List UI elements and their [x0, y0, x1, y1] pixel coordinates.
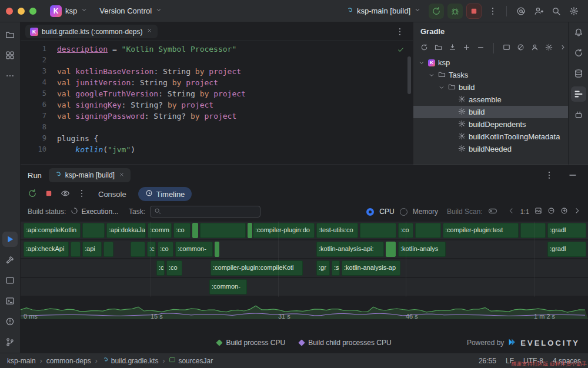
task-bar[interactable] — [360, 223, 396, 238]
code-with-me-button[interactable] — [513, 3, 529, 19]
task-bar[interactable]: :compiler-plugin:do — [253, 223, 315, 238]
task-bar[interactable]: :gr — [316, 260, 330, 276]
run-tab[interactable]: ksp-main [build] — [49, 168, 131, 182]
more-actions-button[interactable] — [485, 4, 500, 19]
close-icon[interactable] — [118, 171, 125, 180]
code-line[interactable]: 8 — [21, 122, 413, 133]
code-line[interactable]: 9plugins { — [21, 133, 413, 144]
tool-window-notifications-button[interactable] — [571, 25, 586, 40]
editor-scrollbar[interactable] — [407, 56, 411, 94]
file-encoding[interactable]: UTF-8 — [523, 357, 543, 365]
scroll-right-button[interactable] — [573, 207, 581, 216]
memory-radio-label[interactable]: Memory — [413, 208, 438, 216]
code-line[interactable]: 7val signingPassword: String? by project — [21, 111, 413, 122]
gradle-tree-item-buildKotlinToolingMetadata[interactable]: buildKotlinToolingMetadata — [413, 131, 568, 143]
editor-options-button[interactable] — [392, 24, 408, 40]
code-editor[interactable]: 1description = "Kotlin Symbol Processor"… — [21, 41, 413, 165]
breadcrumb-item[interactable]: ksp-main — [7, 357, 36, 365]
add-user-button[interactable] — [530, 3, 547, 19]
zoom-window-button[interactable] — [29, 8, 36, 15]
tool-window-terminal-button[interactable] — [2, 293, 18, 309]
task-bar[interactable]: :api — [82, 242, 102, 257]
task-bar[interactable]: :gradl — [547, 242, 586, 257]
attach-project-button[interactable] — [463, 44, 470, 53]
task-bar[interactable] — [415, 223, 441, 238]
code-line[interactable]: 1description = "Kotlin Symbol Processor" — [21, 44, 413, 55]
task-bar[interactable]: :compiler-plugin:compileKotl — [211, 260, 303, 276]
gradle-tree-item-buildDependents[interactable]: buildDependents — [413, 118, 568, 131]
tool-window-database-button[interactable] — [571, 66, 586, 81]
stop-button[interactable] — [466, 4, 482, 19]
profiler-button[interactable] — [531, 44, 539, 53]
task-bar[interactable] — [71, 242, 81, 257]
chevron-down-icon[interactable] — [418, 59, 425, 66]
task-bar[interactable] — [215, 242, 219, 257]
gradle-tree-item-build[interactable]: build — [413, 106, 568, 118]
run-config-selector[interactable]: ksp-main [build] — [342, 5, 425, 18]
task-search-field[interactable] — [150, 206, 260, 218]
tab-timeline[interactable]: Timeline — [138, 187, 192, 201]
task-bar[interactable]: :kotlin-analysis-api: — [316, 242, 384, 257]
detach-project-button[interactable] — [477, 44, 485, 53]
timeline-chart[interactable]: :api:compileKotlin:api:dokkaJava:comm:co… — [21, 222, 588, 297]
task-bar[interactable]: :s — [332, 260, 340, 276]
download-sources-button[interactable] — [449, 44, 456, 53]
expand-button[interactable] — [559, 44, 567, 53]
indent-setting[interactable]: 4 spaces — [553, 357, 581, 365]
task-bar[interactable]: :api:compileKotlin — [24, 223, 81, 238]
offline-mode-button[interactable] — [517, 44, 524, 53]
sync-gradle-button[interactable] — [420, 44, 428, 53]
rerun-build-button[interactable] — [28, 189, 37, 200]
task-bar[interactable]: :api:dokkaJava — [106, 223, 146, 238]
tool-window-build-timeline-button[interactable] — [571, 86, 586, 102]
task-bar[interactable]: :compiler-plugin:test — [443, 223, 519, 238]
task-bar[interactable]: :gradl — [547, 223, 586, 238]
inspections-ok-icon[interactable] — [397, 46, 405, 55]
task-bar[interactable]: :co — [158, 242, 173, 257]
code-line[interactable]: 3val kotlinBaseVersion: String by projec… — [21, 66, 413, 77]
vcs-menu[interactable]: Version Control — [95, 5, 166, 17]
task-bar[interactable] — [386, 242, 396, 257]
tool-window-gradle-sync-button[interactable] — [571, 45, 586, 61]
code-line[interactable]: 2 — [21, 55, 413, 66]
stop-build-button[interactable] — [44, 189, 54, 200]
search-everywhere-button[interactable] — [548, 3, 564, 19]
task-bar[interactable]: :co — [166, 260, 182, 276]
tool-window-problems-button[interactable] — [2, 314, 18, 329]
task-bar[interactable] — [248, 223, 252, 238]
select-opened-file-button[interactable] — [503, 44, 510, 53]
task-bar[interactable]: :c — [147, 242, 156, 257]
task-bar[interactable] — [192, 223, 198, 238]
task-bar[interactable]: :test-utils:co — [316, 223, 358, 238]
zoom-out-button[interactable] — [547, 207, 555, 216]
cpu-radio-label[interactable]: CPU — [379, 208, 394, 216]
task-bar[interactable] — [520, 223, 546, 238]
zoom-reset-button[interactable]: 1:1 — [520, 208, 529, 215]
rerun-button[interactable] — [429, 4, 444, 19]
tool-window-build-button[interactable] — [2, 252, 18, 267]
breadcrumb-item[interactable]: sourcesJar — [169, 356, 213, 365]
memory-radio[interactable] — [400, 208, 407, 216]
tool-window-more-tool-windows-button[interactable] — [2, 68, 18, 83]
settings-button[interactable] — [566, 3, 582, 19]
more-options-button[interactable] — [77, 189, 86, 200]
reload-projects-button[interactable] — [435, 44, 442, 53]
tool-window-structure-button[interactable] — [2, 48, 18, 63]
task-search-input[interactable] — [165, 207, 256, 216]
cursor-position[interactable]: 26:55 — [479, 357, 496, 365]
tool-window-services-button[interactable] — [2, 273, 18, 288]
task-bar[interactable] — [103, 242, 113, 257]
gradle-settings-button[interactable] — [545, 44, 553, 53]
code-line[interactable]: 4val junitVersion: String by project — [21, 77, 413, 88]
breadcrumb-item[interactable]: common-deps — [46, 357, 91, 365]
minimize-window-button[interactable] — [18, 8, 25, 15]
task-bar[interactable]: :comm — [148, 223, 172, 238]
close-window-button[interactable] — [6, 8, 13, 15]
build-scan-toggle[interactable] — [488, 206, 497, 218]
gradle-tree-item-assemble[interactable]: assemble — [413, 93, 568, 106]
hide-panel-button[interactable] — [564, 167, 581, 183]
filter-button[interactable] — [61, 189, 70, 200]
task-bar[interactable]: :kotlin-analysis-ap — [342, 260, 400, 276]
gradle-tree-item-buildNeeded[interactable]: buildNeeded — [413, 143, 568, 155]
editor-tab[interactable]: K build.gradle.kts (:common-deps) — [25, 25, 158, 38]
